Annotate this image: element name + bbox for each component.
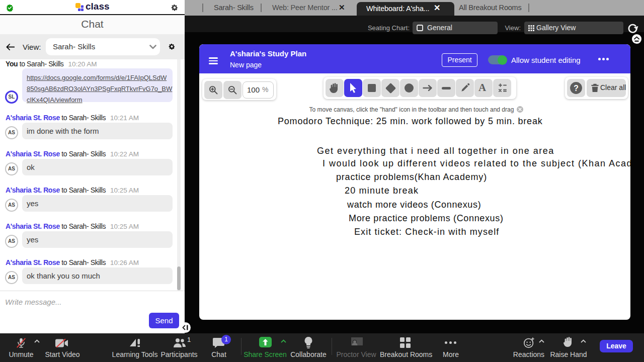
svg-text:?: ? [574,84,579,93]
